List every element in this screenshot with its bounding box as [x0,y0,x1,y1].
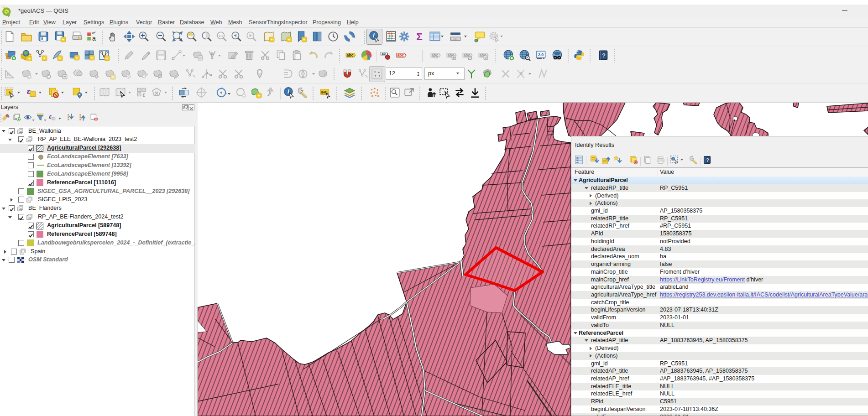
svg-text:?: ? [706,157,709,163]
svg-text:*: * [303,37,305,42]
svg-text:GML: GML [321,90,329,94]
svg-text:1:1: 1:1 [219,34,223,37]
svg-text:ε: ε [142,91,145,98]
svg-text:?: ? [602,52,606,59]
svg-text:abc: abc [346,53,353,57]
svg-text:*: * [106,56,108,61]
svg-text:*: * [59,56,61,61]
svg-text:*: * [288,37,290,42]
svg-text:*: * [63,37,64,42]
svg-text:*: * [91,56,93,61]
svg-text:2.0: 2.0 [538,52,544,57]
svg-text:*: * [112,75,114,80]
svg-text:i: i [288,88,289,95]
svg-text:Σ: Σ [416,31,423,42]
svg-text:*: * [258,94,260,99]
svg-text:ab: ab [382,52,386,56]
svg-text:abc: abc [463,53,470,57]
svg-text:*: * [271,37,273,42]
svg-text:i: i [373,32,375,39]
svg-text:*: * [76,56,78,61]
svg-text:a: a [92,35,96,42]
svg-text:abc: abc [397,53,404,57]
svg-text:*: * [29,57,31,61]
svg-text:*: * [44,56,46,61]
